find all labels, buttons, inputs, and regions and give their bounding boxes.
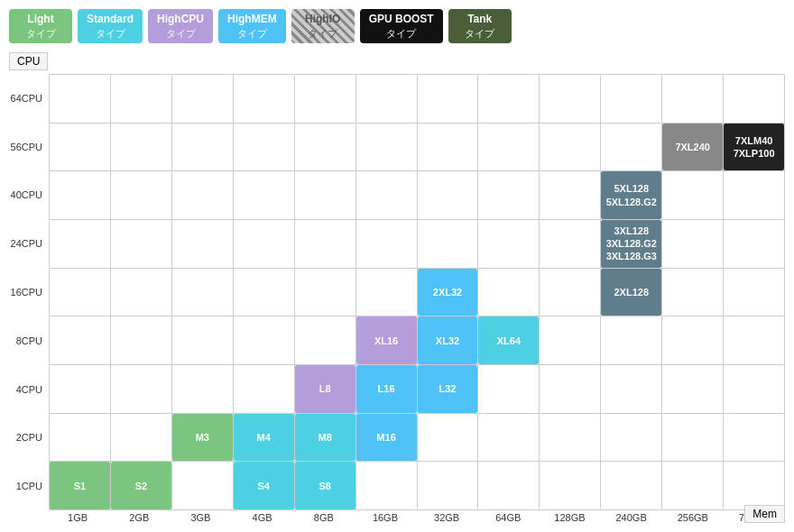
- legend-item-5: GPU BOOSTタイプ: [360, 9, 443, 43]
- grid-cell-1-9: [601, 414, 662, 462]
- grid-cell-2-0: [50, 365, 111, 413]
- grid-cell-4-5: [356, 269, 418, 316]
- grid-cell-4-8: [540, 269, 601, 316]
- grid-row-5: 3XL1283XL128.G23XL128.G3: [50, 220, 785, 269]
- grid-cell-4-10: [662, 269, 724, 316]
- grid-cell-0-2: [172, 462, 234, 509]
- grid-cell-2-8: [540, 365, 601, 413]
- legend-item-3: HighMEMタイプ: [218, 9, 286, 43]
- grid-cell-4-11: [724, 269, 785, 316]
- grid-cell-4-6: 2XL32: [418, 269, 479, 316]
- grid-cell-4-7: [478, 269, 540, 316]
- y-label-2: 4CPU: [9, 365, 47, 414]
- grid-cell-3-0: [50, 316, 111, 364]
- grid-cell-2-7: [478, 365, 540, 413]
- grid-cell-6-10: [662, 171, 724, 219]
- grid-cell-8-4: [295, 75, 356, 123]
- x-label-5: 16GB: [355, 512, 416, 523]
- grid-cell-6-6: [418, 171, 479, 219]
- grid-cell-1-3: M4: [234, 414, 295, 462]
- grid-cell-1-8: [540, 414, 601, 462]
- grid-cell-1-11: [724, 414, 785, 462]
- grid-cell-8-0: [50, 75, 111, 123]
- grid-cell-6-2: [172, 171, 234, 219]
- grid-rows: S1S2S4S8M3M4M8M16L8L16L32XL16XL32XL642XL…: [49, 74, 785, 510]
- x-label-0: 1GB: [47, 512, 108, 523]
- y-label-6: 40CPU: [9, 170, 47, 219]
- grid-cell-0-4: S8: [295, 462, 356, 509]
- grid-cell-7-2: [172, 124, 234, 171]
- grid-cell-8-11: [724, 75, 785, 123]
- grid-cell-3-10: [662, 316, 724, 364]
- grid-cell-7-7: [478, 124, 540, 171]
- grid-cell-3-3: [234, 316, 295, 364]
- grid-cell-1-10: [662, 414, 724, 462]
- legend-item-2: HighCPUタイプ: [148, 9, 213, 43]
- grid-cell-5-4: [295, 220, 356, 268]
- x-label-10: 256GB: [662, 512, 724, 523]
- grid-cell-5-5: [356, 220, 418, 268]
- grid-cell-0-8: [540, 462, 601, 509]
- x-label-4: 8GB: [293, 512, 355, 523]
- grid-cell-2-4: L8: [295, 365, 356, 413]
- grid-cell-3-2: [172, 316, 234, 364]
- grid-cell-0-11: [724, 462, 785, 509]
- x-label-7: 64GB: [477, 512, 539, 523]
- x-label-2: 3GB: [170, 512, 231, 523]
- grid-cell-7-5: [356, 124, 418, 171]
- y-label-0: 1CPU: [9, 462, 47, 510]
- grid-cell-4-0: [50, 269, 111, 316]
- grid-row-4: 2XL322XL128: [50, 269, 785, 317]
- x-axis: 1GB2GB3GB4GB8GB16GB32GB64GB128GB240GB256…: [47, 512, 785, 523]
- legend-item-4: HighIOタイプ: [291, 9, 355, 43]
- y-label-3: 8CPU: [9, 316, 47, 365]
- x-label-3: 4GB: [232, 512, 293, 523]
- grid-row-7: 7XL2407XLM407XLP100: [50, 124, 785, 172]
- grid-cell-0-0: S1: [50, 462, 111, 509]
- grid-cell-4-2: [172, 269, 234, 316]
- grid-cell-2-3: [234, 365, 295, 413]
- grid-cell-6-0: [50, 171, 111, 219]
- grid-cell-1-0: [50, 414, 111, 462]
- grid-cell-7-8: [540, 124, 601, 171]
- y-label-7: 56CPU: [9, 123, 47, 171]
- grid-cell-7-0: [50, 124, 111, 171]
- grid-cell-7-10: 7XL240: [662, 124, 724, 171]
- grid-cell-1-2: M3: [172, 414, 234, 462]
- grid-cell-3-9: [601, 316, 662, 364]
- grid-row-6: 5XL1285XL128.G2: [50, 171, 785, 220]
- grid-cell-7-4: [295, 124, 356, 171]
- grid-cell-6-3: [234, 171, 295, 219]
- grid-cell-2-2: [172, 365, 234, 413]
- grid-cell-1-6: [418, 414, 479, 462]
- grid-row-2: L8L16L32: [50, 365, 785, 414]
- legend-item-0: Lightタイプ: [9, 9, 72, 43]
- grid-cell-3-6: XL32: [418, 316, 479, 364]
- grid-cell-7-11: 7XLM407XLP100: [724, 124, 785, 171]
- mem-badge: Mem: [744, 505, 785, 523]
- y-label-4: 16CPU: [9, 268, 47, 316]
- grid-cell-3-7: XL64: [478, 316, 540, 364]
- grid-cell-4-3: [234, 269, 295, 316]
- grid-cell-3-5: XL16: [356, 316, 418, 364]
- grid-cell-5-8: [540, 220, 601, 268]
- grid-cell-8-7: [478, 75, 540, 123]
- grid-cell-7-1: [111, 124, 172, 171]
- grid-cell-8-8: [540, 75, 601, 123]
- grid-cell-0-1: S2: [111, 462, 172, 509]
- grid-cell-5-0: [50, 220, 111, 268]
- x-label-8: 128GB: [539, 512, 600, 523]
- grid-cell-4-1: [111, 269, 172, 316]
- grid-cell-3-4: [295, 316, 356, 364]
- x-label-1: 2GB: [108, 512, 170, 523]
- grid-cell-1-7: [478, 414, 540, 462]
- grid-cell-5-2: [172, 220, 234, 268]
- y-label-8: 64CPU: [9, 74, 47, 123]
- grid-cell-2-6: L32: [418, 365, 479, 413]
- grid-cell-2-11: [724, 365, 785, 413]
- grid-cell-7-3: [234, 124, 295, 171]
- grid-cell-2-9: [601, 365, 662, 413]
- grid-row-3: XL16XL32XL64: [50, 316, 785, 365]
- grid-cell-6-5: [356, 171, 418, 219]
- grid-cell-6-11: [724, 171, 785, 219]
